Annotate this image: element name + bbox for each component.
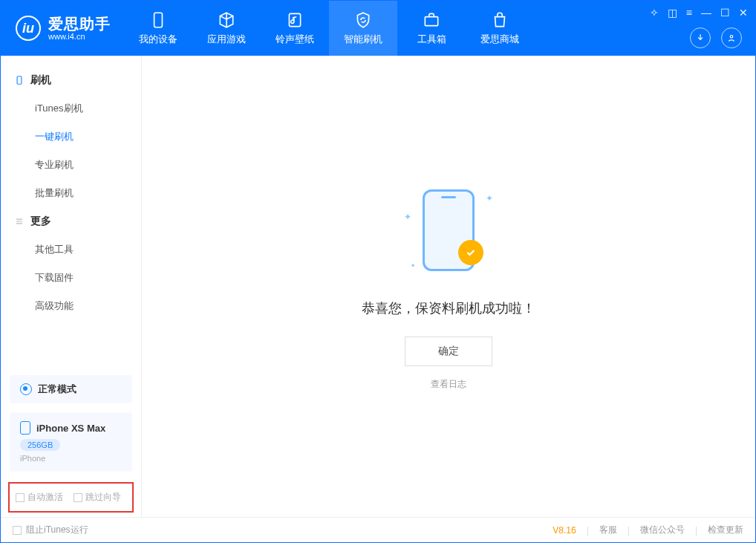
app-name: 爱思助手 — [48, 16, 111, 32]
version-label: V8.16 — [553, 525, 576, 536]
checkbox-auto-activate[interactable]: 自动激活 — [16, 491, 63, 504]
checkbox-icon — [16, 493, 25, 502]
checkbox-skip-guide[interactable]: 跳过向导 — [74, 491, 121, 504]
shopping-bag-icon — [490, 10, 509, 30]
sparkle-icon: ✦ — [486, 193, 493, 204]
sidebar-item-other-tools[interactable]: 其他工具 — [1, 235, 141, 264]
device-icon — [149, 10, 168, 30]
checkbox-label: 自动激活 — [27, 491, 63, 504]
wechat-link[interactable]: 微信公众号 — [640, 524, 685, 536]
phone-icon — [14, 75, 25, 85]
top-nav: 我的设备 应用游戏 铃声壁纸 智能刷机 工具箱 爱思商城 — [124, 1, 534, 56]
menu-icon[interactable]: ≡ — [686, 7, 692, 19]
svg-rect-4 — [17, 77, 22, 85]
device-name: iPhone XS Max — [36, 423, 105, 434]
main-content: ✦ ✦ • 恭喜您，保资料刷机成功啦！ 确定 查看日志 — [142, 56, 755, 517]
checkbox-label: 跳过向导 — [85, 491, 121, 504]
briefcase-icon — [422, 10, 441, 30]
svg-rect-1 — [289, 13, 300, 26]
maximize-button[interactable]: ☐ — [720, 7, 730, 19]
app-window: iu 爱思助手 www.i4.cn 我的设备 应用游戏 铃声壁纸 智能刷机 — [0, 0, 756, 543]
app-logo-icon: iu — [16, 16, 41, 41]
refresh-shield-icon — [353, 10, 373, 30]
flash-options-highlight: 自动激活 跳过向导 — [8, 482, 134, 513]
nav-store[interactable]: 爱思商城 — [466, 1, 534, 56]
nav-smart-flash[interactable]: 智能刷机 — [329, 1, 397, 56]
view-log-link[interactable]: 查看日志 — [431, 378, 466, 391]
app-site: www.i4.cn — [48, 32, 111, 41]
device-mode: 正常模式 — [38, 383, 76, 396]
success-illustration: ✦ ✦ • — [400, 182, 497, 279]
nav-label: 智能刷机 — [344, 33, 382, 46]
list-icon — [14, 216, 25, 227]
download-button[interactable] — [690, 27, 711, 48]
nav-ringtones-wallpapers[interactable]: 铃声壁纸 — [261, 1, 329, 56]
app-title: 爱思助手 www.i4.cn — [48, 16, 111, 41]
body: 刷机 iTunes刷机 一键刷机 专业刷机 批量刷机 更多 其他工具 下载固件 … — [1, 56, 755, 517]
sidebar-item-itunes-flash[interactable]: iTunes刷机 — [1, 94, 141, 123]
sidebar: 刷机 iTunes刷机 一键刷机 专业刷机 批量刷机 更多 其他工具 下载固件 … — [1, 56, 142, 517]
status-bar: 阻止iTunes运行 V8.16 | 客服 | 微信公众号 | 检查更新 — [1, 517, 755, 542]
support-link[interactable]: 客服 — [599, 524, 617, 536]
sidebar-item-pro-flash[interactable]: 专业刷机 — [1, 151, 141, 179]
minimize-button[interactable]: — — [701, 7, 711, 19]
nav-toolbox[interactable]: 工具箱 — [397, 1, 466, 56]
sidebar-item-onekey-flash[interactable]: 一键刷机 — [1, 123, 141, 151]
check-update-link[interactable]: 检查更新 — [708, 524, 743, 536]
nav-my-device[interactable]: 我的设备 — [124, 1, 192, 56]
window-controls: ✧ ◫ ≡ — ☐ ✕ — [650, 7, 748, 19]
header-actions — [690, 27, 742, 48]
nav-label: 爱思商城 — [480, 33, 519, 46]
device-info-box[interactable]: iPhone XS Max 256GB iPhone — [10, 412, 132, 472]
sidebar-group-flash: 刷机 — [1, 66, 141, 94]
nav-label: 我的设备 — [139, 33, 177, 46]
nav-apps-games[interactable]: 应用游戏 — [192, 1, 261, 56]
nav-label: 工具箱 — [417, 33, 446, 46]
device-type: iPhone — [20, 454, 122, 463]
sparkle-icon: ✦ — [404, 212, 411, 222]
group-label: 更多 — [30, 215, 51, 228]
feedback-icon[interactable]: ✧ — [650, 7, 659, 19]
account-button[interactable] — [721, 27, 742, 48]
sidebar-item-advanced[interactable]: 高级功能 — [1, 292, 141, 320]
logo-area: iu 爱思助手 www.i4.cn — [1, 1, 124, 56]
sidebar-group-more: 更多 — [1, 207, 141, 235]
checkbox-label: 阻止iTunes运行 — [26, 524, 88, 536]
storage-badge: 256GB — [20, 439, 60, 451]
checkbox-block-itunes[interactable]: 阻止iTunes运行 — [13, 524, 88, 536]
phone-small-icon — [20, 421, 30, 435]
svg-rect-0 — [154, 13, 163, 27]
skin-icon[interactable]: ◫ — [668, 7, 677, 19]
nav-label: 应用游戏 — [207, 33, 246, 46]
svg-rect-2 — [425, 17, 437, 26]
group-label: 刷机 — [30, 74, 51, 87]
svg-point-3 — [730, 36, 733, 39]
nav-label: 铃声壁纸 — [276, 33, 314, 46]
sidebar-item-batch-flash[interactable]: 批量刷机 — [1, 179, 141, 207]
close-button[interactable]: ✕ — [739, 7, 748, 19]
footer-right: V8.16 | 客服 | 微信公众号 | 检查更新 — [553, 524, 743, 536]
cube-icon — [217, 10, 236, 30]
mode-icon — [20, 383, 32, 395]
music-note-icon — [285, 10, 304, 30]
check-circle-icon — [458, 240, 483, 265]
checkbox-icon — [13, 526, 22, 535]
success-message: 恭喜您，保资料刷机成功啦！ — [362, 299, 535, 317]
sidebar-item-download-firmware[interactable]: 下载固件 — [1, 264, 141, 292]
device-mode-box[interactable]: 正常模式 — [10, 375, 132, 403]
ok-button[interactable]: 确定 — [405, 336, 492, 366]
sparkle-icon: • — [411, 261, 414, 271]
title-bar: iu 爱思助手 www.i4.cn 我的设备 应用游戏 铃声壁纸 智能刷机 — [1, 1, 755, 56]
checkbox-icon — [74, 493, 82, 502]
